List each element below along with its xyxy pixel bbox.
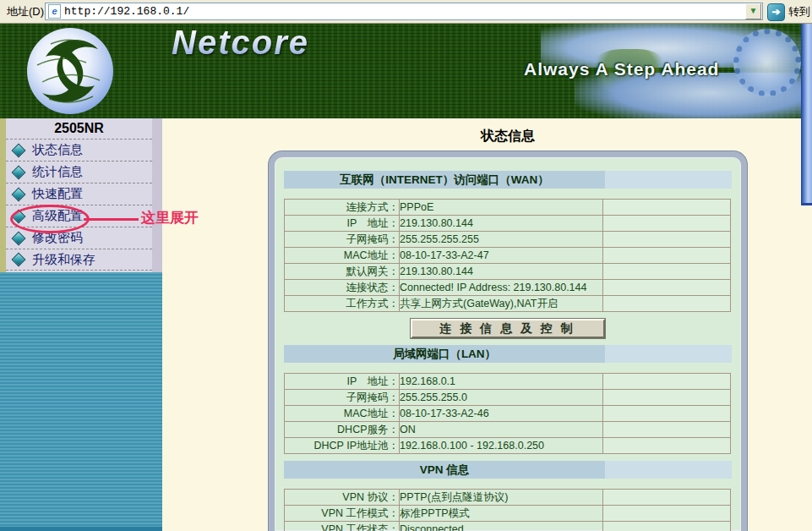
row-empty-cell: [603, 232, 731, 248]
table-row: VPN 协议：PPTP(点到点隧道协议): [285, 490, 731, 506]
row-value: 255.255.255.0: [400, 390, 603, 406]
diamond-bullet-icon: [12, 209, 26, 223]
row-empty-cell: [603, 522, 731, 531]
sidebar-item[interactable]: 升级和保存: [6, 249, 152, 271]
row-empty-cell: [603, 248, 731, 264]
sidebar-striped-filler: [0, 272, 162, 531]
row-label: MAC地址：: [285, 406, 400, 422]
ie-page-icon: e: [48, 4, 61, 19]
table-row: VPN 工作状态：Disconnected: [285, 522, 731, 531]
lan-section-title: 局域网端口（LAN）: [284, 345, 605, 363]
row-empty-cell: [603, 390, 731, 406]
sidebar-item[interactable]: 快速配置: [6, 183, 152, 205]
sidebar-item-label: 高级配置: [32, 208, 83, 224]
row-value: 192.168.0.1: [400, 374, 603, 390]
row-value: 08-10-17-33-A2-47: [400, 248, 603, 264]
wan-section-header-pad: [605, 171, 732, 189]
banner-slogan: Always A Step Ahead: [524, 59, 719, 79]
table-row: MAC地址：08-10-17-33-A2-46: [285, 406, 731, 422]
row-empty-cell: [603, 438, 731, 454]
diamond-bullet-icon: [12, 187, 26, 201]
diamond-bullet-icon: [12, 231, 26, 245]
address-field[interactable]: e ▼: [45, 3, 763, 20]
sidebar-menu: 2505NR 状态信息统计信息快速配置高级配置修改密码升级和保存: [0, 118, 162, 272]
row-empty-cell: [603, 490, 731, 506]
sidebar-item[interactable]: 高级配置: [6, 205, 152, 227]
netcore-globe-logo: [25, 26, 115, 116]
row-empty-cell: [603, 264, 731, 280]
vpn-section-header: VPN 信息: [284, 461, 732, 479]
row-label: DHCP IP地址池：: [285, 438, 400, 454]
row-empty-cell: [603, 422, 731, 438]
header-banner: Netcore Always A Step Ahead: [0, 24, 812, 118]
row-label: VPN 工作模式：: [285, 506, 400, 522]
row-value: Disconnected: [400, 522, 603, 531]
table-row: MAC地址：08-10-17-33-A2-47: [285, 248, 731, 264]
table-row: 子网掩码：255.255.255.255: [285, 232, 731, 248]
address-dropdown-icon[interactable]: ▼: [745, 3, 761, 19]
row-value: PPPoE: [400, 200, 603, 216]
row-value: 标准PPTP模式: [400, 506, 603, 522]
row-empty-cell: [603, 280, 731, 296]
netcore-wordmark: Netcore: [172, 24, 309, 62]
row-value: 219.130.80.144: [400, 216, 603, 232]
row-label: VPN 协议：: [285, 490, 400, 506]
row-empty-cell: [603, 406, 731, 422]
annotation-line: [84, 218, 139, 221]
row-value: ON: [400, 422, 603, 438]
wan-section-title: 互联网（INTERNET）访问端口（WAN）: [284, 171, 605, 189]
connection-info-control-button[interactable]: 连 接 信 息 及 控 制: [411, 319, 605, 338]
sidebar-item[interactable]: 统计信息: [6, 161, 152, 183]
table-row: DHCP IP地址池：192.168.0.100 - 192.168.0.250: [285, 438, 731, 454]
row-label: IP 地址：: [285, 374, 400, 390]
row-label: MAC地址：: [285, 248, 400, 264]
row-empty-cell: [603, 296, 731, 312]
address-label: 地址(D): [7, 0, 44, 23]
browser-address-bar: 地址(D) e ▼ ➔ 转到: [0, 0, 812, 24]
row-value: 219.130.80.144: [400, 264, 603, 280]
lan-section-header: 局域网端口（LAN）: [284, 345, 732, 363]
lan-section-header-pad: [605, 345, 732, 363]
row-empty-cell: [603, 200, 731, 216]
table-row: 连接状态：Connected! IP Address: 219.130.80.1…: [285, 280, 731, 296]
sidebar-item-label: 状态信息: [32, 142, 83, 158]
wan-button-row: 连 接 信 息 及 控 制: [284, 319, 731, 338]
sidebar-item-label: 快速配置: [32, 186, 83, 202]
wan-section-header: 互联网（INTERNET）访问端口（WAN）: [284, 171, 732, 189]
row-label: 连接方式：: [285, 200, 400, 216]
table-row: 连接方式：PPPoE: [285, 200, 731, 216]
sidebar-item-list: 状态信息统计信息快速配置高级配置修改密码升级和保存: [6, 139, 152, 271]
row-label: 子网掩码：: [285, 232, 400, 248]
row-label: 工作方式：: [285, 296, 400, 312]
diamond-bullet-icon: [12, 143, 26, 157]
address-input[interactable]: [64, 5, 745, 18]
vpn-section-header-pad: [605, 461, 732, 479]
row-value: 08-10-17-33-A2-46: [400, 406, 603, 422]
wan-table: 连接方式：PPPoEIP 地址：219.130.80.144子网掩码：255.2…: [284, 199, 731, 312]
row-label: 连接状态：: [285, 280, 400, 296]
table-row: IP 地址：192.168.0.1: [285, 374, 731, 390]
row-label: VPN 工作状态：: [285, 522, 400, 531]
table-row: 工作方式：共享上网方式(GateWay),NAT开启: [285, 296, 731, 312]
table-row: 子网掩码：255.255.255.0: [285, 390, 731, 406]
row-value: Connected! IP Address: 219.130.80.144: [400, 280, 603, 296]
lan-table: IP 地址：192.168.0.1子网掩码：255.255.255.0MAC地址…: [284, 373, 731, 454]
row-empty-cell: [603, 374, 731, 390]
table-row: IP 地址：219.130.80.144: [285, 216, 731, 232]
sidebar-item[interactable]: 状态信息: [6, 139, 152, 161]
go-button-icon[interactable]: ➔: [767, 3, 785, 21]
sidebar-item-label: 修改密码: [32, 230, 83, 246]
table-row: VPN 工作模式：标准PPTP模式: [285, 506, 731, 522]
sidebar-item[interactable]: 修改密码: [6, 227, 152, 249]
vpn-section-title: VPN 信息: [284, 461, 605, 479]
row-label: DHCP服务：: [285, 422, 400, 438]
go-button-label[interactable]: 转到: [788, 0, 810, 23]
row-empty-cell: [603, 506, 731, 522]
sidebar-item-label: 统计信息: [32, 164, 83, 180]
table-row: 默认网关：219.130.80.144: [285, 264, 731, 280]
row-value: 255.255.255.255: [400, 232, 603, 248]
status-panel: 互联网（INTERNET）访问端口（WAN） 连接方式：PPPoEIP 地址：2…: [269, 151, 747, 531]
vpn-table: VPN 协议：PPTP(点到点隧道协议)VPN 工作模式：标准PPTP模式VPN…: [284, 489, 731, 531]
banner-gear-image: [733, 29, 801, 96]
diamond-bullet-icon: [12, 165, 26, 179]
